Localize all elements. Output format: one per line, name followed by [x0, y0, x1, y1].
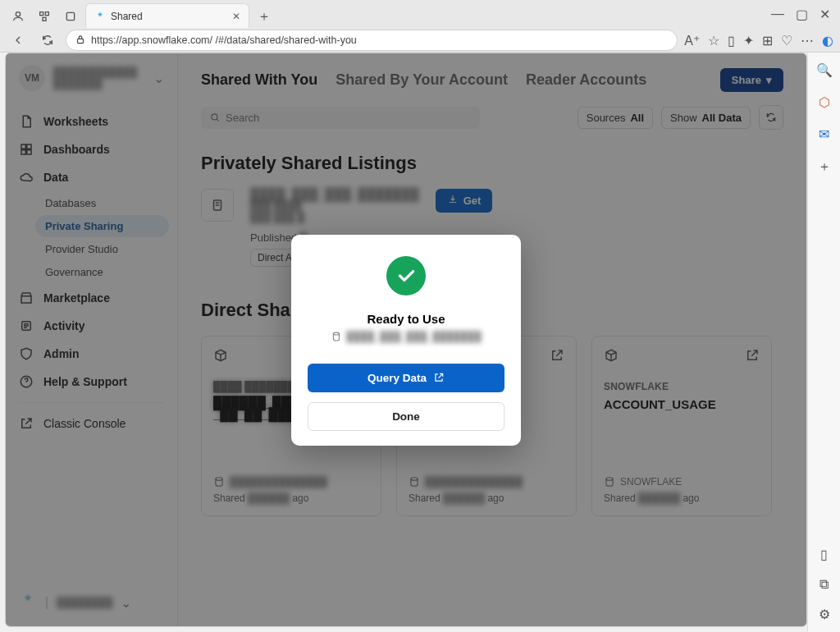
tab-strip: Shared ✕ ＋ — ▢ ✕: [0, 0, 840, 28]
modal-overlay: Ready to Use ████_███_███_███████ Query …: [6, 53, 806, 626]
query-data-button[interactable]: Query Data: [308, 364, 504, 392]
more-icon[interactable]: ⋯: [801, 33, 814, 48]
svg-rect-1: [40, 12, 43, 16]
new-tab-button[interactable]: ＋: [253, 5, 276, 28]
extensions-icon[interactable]: ⊞: [762, 33, 773, 48]
modal-subtitle: ████_███_███_███████: [331, 331, 482, 342]
add-sidebar-icon[interactable]: ＋: [818, 158, 831, 176]
reading-mode-icon[interactable]: A⁺: [684, 33, 700, 48]
favorite-icon[interactable]: ☆: [708, 33, 719, 48]
database-icon: [331, 331, 342, 342]
button-label: Query Data: [368, 372, 427, 384]
svg-point-0: [16, 12, 20, 16]
refresh-button[interactable]: [36, 29, 59, 52]
lock-icon: [75, 34, 86, 48]
external-link-icon: [433, 372, 445, 383]
tab-title: Shared: [111, 11, 143, 22]
svg-point-17: [334, 332, 340, 335]
svg-rect-5: [78, 39, 84, 43]
done-button[interactable]: Done: [308, 402, 504, 431]
svg-rect-2: [45, 12, 48, 16]
close-icon[interactable]: ✕: [232, 11, 240, 22]
app-viewport: VM ████████████ ███████ ⌄ Worksheets Das…: [5, 53, 807, 627]
back-button[interactable]: [7, 29, 30, 52]
outlook-icon[interactable]: ✉: [819, 126, 829, 142]
window-controls: — ▢ ✕: [771, 7, 840, 22]
workspaces-icon[interactable]: [33, 5, 56, 28]
check-icon: [386, 256, 426, 295]
address-row: https://app.snowflake.com/ /#/data/share…: [0, 28, 840, 53]
split-icon[interactable]: ▯: [728, 33, 735, 48]
tab-actions-icon[interactable]: [59, 5, 82, 28]
snowflake-icon: [94, 11, 106, 22]
collections-icon[interactable]: ✦: [743, 33, 754, 48]
office-icon[interactable]: ⬡: [819, 94, 830, 110]
ready-modal: Ready to Use ████_███_███_███████ Query …: [291, 235, 521, 446]
maximize-icon[interactable]: ▢: [796, 7, 808, 22]
modal-title: Ready to Use: [367, 312, 445, 326]
copilot-icon[interactable]: ◐: [822, 33, 833, 48]
browser-chrome: Shared ✕ ＋ — ▢ ✕ https://app.snowflake.c…: [0, 0, 840, 53]
search-sidebar-icon[interactable]: 🔍: [816, 62, 833, 78]
close-window-icon[interactable]: ✕: [819, 7, 830, 22]
minimize-icon[interactable]: —: [771, 7, 784, 22]
profile-icon[interactable]: [7, 5, 30, 28]
popout-icon[interactable]: ⧉: [819, 577, 829, 592]
svg-rect-4: [66, 12, 74, 20]
browser-action-icons: A⁺ ☆ ▯ ✦ ⊞ ♡ ⋯ ◐: [684, 33, 833, 48]
address-bar[interactable]: https://app.snowflake.com/ /#/data/share…: [66, 30, 678, 51]
browser-sidebar: 🔍 ⬡ ✉ ＋ ▯ ⧉ ⚙: [807, 53, 840, 632]
performance-icon[interactable]: ♡: [781, 33, 792, 48]
panel-icon[interactable]: ▯: [820, 547, 828, 562]
svg-rect-3: [43, 17, 46, 21]
browser-tab[interactable]: Shared ✕: [85, 3, 249, 28]
settings-icon[interactable]: ⚙: [819, 607, 830, 622]
url-text: https://app.snowflake.com/ /#/data/share…: [91, 34, 357, 46]
